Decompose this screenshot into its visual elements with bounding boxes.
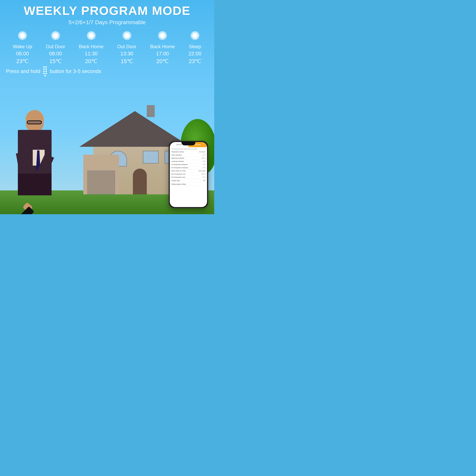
phone-value-temp-cal: -1 °C: [202, 154, 205, 156]
phone-value-max-temp: 35 °C: [202, 173, 205, 175]
phone-label-temp-sensor: Temperature Sensor: [171, 151, 184, 153]
house-garage-door: [87, 170, 115, 194]
main-content: WEEKLY PROGRAM MODE 5+2/6+1/7 Days Progr…: [0, 0, 214, 78]
schedule-time-sleep: 22:00: [188, 51, 201, 57]
phone-value-min-temp: 5 °C: [203, 176, 205, 178]
schedule-temp-wake-up: 23℃: [16, 58, 29, 65]
schedule-temp-out-door-2: 15℃: [120, 58, 133, 65]
schedule-time-out-door-1: 08:00: [49, 51, 62, 57]
phone-row-low-temp: LowTemp Protection 5 °C: [171, 160, 205, 163]
phone-value-ext-deadzone: 2 °C: [203, 167, 205, 168]
phone-row-max-temp: Max Temperature Limit 35 °C: [171, 172, 205, 176]
phone-label-high-temp: HighTemp Protection: [171, 157, 184, 159]
schedule-label-out-door-2: Out Door: [117, 44, 136, 49]
phone-value-temp-sensor: Int Sensor: [199, 151, 205, 153]
phone-label-temp-cal: Temp Calibration: [171, 154, 182, 156]
sun-icon-wake-up: ✺: [17, 30, 27, 42]
sun-icon-out-door-2: ✺: [122, 30, 132, 42]
schedule-temp-sleep: 23℃: [189, 58, 201, 65]
press-hold-text-before: Press and hold: [6, 68, 40, 74]
schedule-item-wake-up: ✺ Wake Up 06:00 23℃: [13, 30, 32, 65]
sun-icon-out-door-1: ✺: [51, 30, 61, 42]
schedule-label-wake-up: Wake Up: [13, 44, 32, 49]
phone-value-program-type: 5+2: [203, 180, 205, 181]
schedule-time-back-home-1: 11:30: [85, 51, 98, 57]
phone-row-weekly-program: Weekly program setting: [171, 183, 205, 186]
phone-value-state-power: Keep State: [199, 170, 205, 171]
person-suit: [18, 130, 51, 175]
person-illustration: [14, 110, 57, 195]
house-garage: [83, 155, 119, 194]
schedule-temp-out-door-1: 15℃: [49, 58, 62, 65]
page-title: WEEKLY PROGRAM MODE: [0, 0, 214, 18]
phone-label-ext-deadzone: Ext Temperature Deadzone: [171, 167, 188, 168]
schedule-time-wake-up: 06:00: [16, 51, 29, 57]
phone-notch: [182, 141, 195, 145]
schedule-time-out-door-2: 13:30: [120, 51, 133, 57]
house-chimney: [147, 105, 155, 117]
phone-label-program-type: Program Type: [171, 180, 180, 181]
phone-value-int-deadzone: 1 °C: [203, 164, 205, 165]
phone-label-state-power: Device State On Power: [171, 170, 186, 171]
phone-row-int-deadzone: Int Temperature Deadzone 1 °C: [171, 163, 205, 166]
schedule-label-out-door-1: Out Door: [46, 44, 65, 49]
phone-row-state-power: Device State On Power Keep State: [171, 169, 205, 172]
grid-button-icon: [42, 68, 48, 74]
phone-value-high-temp: 45 °C: [202, 157, 205, 159]
schedule-item-back-home-1: ✺ Back Home 11:30 20℃: [79, 30, 103, 65]
sun-icon-sleep: ✺: [190, 30, 200, 42]
house-window-left: [143, 151, 159, 164]
phone-row-temp-sensor: Temperature Sensor Int Sensor: [171, 150, 205, 153]
phone-label-int-deadzone: Int Temperature Deadzone: [171, 164, 188, 165]
schedule-item-out-door-2: ✺ Out Door 13:30 15℃: [117, 30, 136, 65]
phone-content: The Following Content Needs Password 123…: [170, 147, 207, 187]
press-hold-text-after: button for 3-5 seconds: [50, 68, 101, 74]
phone-row-temp-cal: Temp Calibration -1 °C: [171, 153, 205, 157]
phone-row-min-temp: Min Temperature Limit 5 °C: [171, 176, 205, 179]
phone-section-title: The Following Content Needs Password 123…: [171, 148, 205, 150]
schedule-item-back-home-2: ✺ Back Home 17:00 20℃: [150, 30, 175, 65]
phone-row-program-type: Program Type 5+2: [171, 179, 205, 183]
phone-row-high-temp: HighTemp Protection 45 °C: [171, 157, 205, 160]
phone-screen: Device Setting The Following Content Nee…: [170, 142, 207, 207]
phone-value-low-temp: 5 °C: [203, 161, 205, 162]
house-door: [133, 169, 147, 194]
person-glasses: [27, 120, 42, 124]
phone-mockup: Device Setting The Following Content Nee…: [169, 141, 208, 208]
schedule-item-sleep: ✺ Sleep 22:00 23℃: [188, 30, 201, 65]
schedule-row: ✺ Wake Up 06:00 23℃ ✺ Out Door 08:00 15℃…: [4, 30, 210, 65]
sun-icon-back-home-2: ✺: [157, 30, 167, 42]
phone-label-max-temp: Max Temperature Limit: [171, 173, 186, 175]
sun-icon-back-home-1: ✺: [86, 30, 96, 42]
schedule-label-sleep: Sleep: [189, 44, 201, 49]
press-hold-instruction: Press and hold button for 3-5 seconds: [0, 65, 214, 78]
phone-label-weekly-program: Weekly program setting: [171, 184, 186, 185]
schedule-label-back-home-1: Back Home: [79, 44, 103, 49]
phone-label-low-temp: LowTemp Protection: [171, 161, 184, 162]
person-pants: [18, 173, 51, 195]
phone-label-min-temp: Min Temperature Limit: [171, 176, 185, 178]
schedule-item-out-door-1: ✺ Out Door 08:00 15℃: [46, 30, 65, 65]
schedule-label-back-home-2: Back Home: [150, 44, 175, 49]
page-subtitle: 5+2/6+1/7 Days Programmable: [0, 19, 214, 26]
schedule-temp-back-home-2: 20℃: [156, 58, 169, 65]
schedule-temp-back-home-1: 20℃: [85, 58, 97, 65]
phone-row-ext-deadzone: Ext Temperature Deadzone 2 °C: [171, 166, 205, 169]
schedule-time-back-home-2: 17:00: [156, 51, 169, 57]
